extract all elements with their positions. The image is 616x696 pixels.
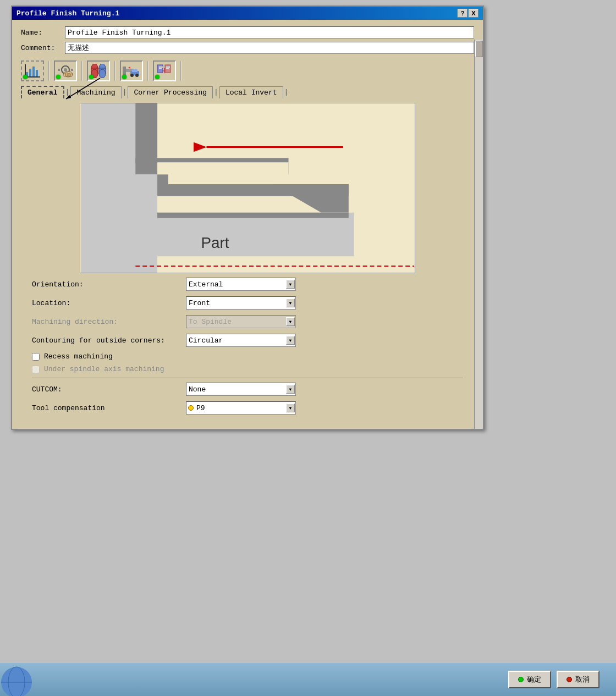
cutcom-select[interactable]: None Left Right [186, 383, 296, 396]
machining-dir-label: Machining direction: [32, 318, 186, 326]
svg-rect-37 [166, 68, 169, 69]
svg-point-22 [99, 69, 106, 78]
svg-rect-15 [68, 73, 70, 76]
ok-button[interactable]: 确定 [508, 671, 551, 688]
svg-rect-46 [157, 174, 168, 185]
earth-icon [0, 663, 44, 696]
diagram-svg: Part [80, 103, 415, 273]
orientation-label: Orientation: [32, 280, 186, 289]
contouring-row: Contouring for outside corners: Circular… [32, 334, 463, 347]
svg-point-27 [130, 74, 134, 77]
scrollbar[interactable] [474, 40, 483, 429]
toolbar-btn-import[interactable] [153, 60, 176, 81]
form-section: Orientation: External Internal ▼ Locatio… [21, 278, 474, 415]
toolbar-btn-general[interactable] [21, 60, 44, 81]
diagram-area: Part [80, 103, 415, 273]
tool-comp-label: Tool compensation [32, 404, 186, 412]
cancel-red-dot [566, 677, 572, 682]
ok-green-dot [518, 677, 524, 682]
comment-label: Comment: [21, 44, 65, 52]
title-bar: Profile Finish Turning.1 ? X [12, 7, 483, 20]
recess-checkbox[interactable] [32, 353, 40, 361]
svg-rect-1 [29, 69, 31, 76]
recess-row: Recess machining [32, 352, 463, 361]
location-label: Location: [32, 299, 186, 307]
bottom-bar: 确定 取消 [0, 663, 616, 696]
contouring-select[interactable]: Circular Linear [186, 334, 296, 347]
orientation-row: Orientation: External Internal ▼ [32, 278, 463, 291]
svg-point-7 [64, 68, 67, 71]
separator-5 [180, 61, 182, 81]
toolbar-btn-machining[interactable] [54, 60, 77, 81]
green-dot-3 [89, 75, 94, 79]
svg-rect-39 [164, 68, 165, 71]
name-input[interactable] [65, 26, 474, 38]
cutcom-row: CUTCOM: None Left Right ▼ [32, 383, 463, 396]
close-button[interactable]: X [469, 9, 479, 18]
orientation-select[interactable]: External Internal [186, 278, 296, 291]
cutcom-select-wrapper: None Left Right ▼ [186, 383, 296, 396]
svg-rect-51 [157, 213, 349, 218]
svg-rect-33 [159, 68, 162, 69]
toolbar-btn-localinvert[interactable] [120, 60, 143, 81]
svg-rect-8 [64, 65, 67, 67]
svg-rect-35 [166, 66, 170, 67]
svg-rect-32 [159, 67, 163, 68]
tab-general[interactable]: General [21, 86, 64, 98]
toolbar-btn-corner[interactable] [87, 60, 110, 81]
svg-rect-16 [70, 74, 72, 76]
dialog-body: Name: Comment: [12, 20, 483, 429]
location-row: Location: Front Back ▼ [32, 296, 463, 310]
tab-corner-processing[interactable]: Corner Processing [128, 86, 213, 98]
separator-2 [81, 61, 82, 81]
window-title: Profile Finish Turning.1 [16, 9, 119, 18]
tool-comp-select-wrapper: P9 P1 P2 ▼ [186, 401, 296, 415]
svg-rect-3 [36, 70, 38, 76]
tool-comp-row: Tool compensation P9 P1 P2 ▼ [32, 401, 463, 415]
svg-text:Part: Part [201, 234, 229, 251]
under-spindle-row: Under spindle axis machining [32, 365, 463, 373]
tab-machining[interactable]: Machining [70, 86, 121, 98]
machining-dir-row: Machining direction: To Spindle From Spi… [32, 315, 463, 328]
separator-4 [147, 61, 148, 81]
under-spindle-label: Under spindle axis machining [44, 365, 164, 373]
svg-rect-14 [66, 73, 68, 76]
under-spindle-checkbox[interactable] [32, 366, 40, 373]
svg-rect-50 [135, 213, 354, 256]
svg-rect-23 [123, 67, 126, 75]
svg-rect-10 [58, 69, 60, 71]
svg-rect-26 [132, 69, 138, 72]
tab-bar: General | Machining | Corner Processing … [21, 86, 474, 98]
location-select[interactable]: Front Back [186, 296, 296, 310]
svg-rect-2 [32, 67, 35, 76]
green-dot-2 [56, 75, 61, 79]
green-dot-4 [122, 75, 127, 79]
title-bar-buttons: ? X [458, 9, 479, 18]
machining-dir-select-wrapper: To Spindle From Spindle ▼ [186, 315, 296, 328]
orientation-select-wrapper: External Internal ▼ [186, 278, 296, 291]
comment-input[interactable] [65, 42, 474, 54]
separator-1 [48, 61, 50, 81]
divider [32, 378, 463, 378]
name-row: Name: [21, 26, 474, 38]
svg-marker-29 [128, 67, 130, 69]
svg-point-28 [135, 74, 139, 77]
separator-3 [114, 61, 116, 81]
green-dot-1 [23, 75, 28, 79]
svg-rect-36 [166, 67, 170, 68]
recess-label: Recess machining [44, 352, 113, 361]
location-select-wrapper: Front Back ▼ [186, 296, 296, 310]
green-dot-5 [155, 75, 160, 79]
svg-rect-11 [71, 69, 73, 71]
svg-rect-31 [159, 66, 163, 67]
cancel-button[interactable]: 取消 [557, 671, 600, 688]
bottom-thumbnail [0, 663, 44, 696]
machining-dir-select[interactable]: To Spindle From Spindle [186, 315, 296, 328]
tab-local-invert[interactable]: Local Invert [219, 86, 283, 98]
scroll-thumb[interactable] [475, 41, 483, 57]
toolbar [21, 58, 474, 84]
tool-comp-select[interactable]: P9 P1 P2 [186, 401, 296, 415]
name-label: Name: [21, 29, 65, 37]
main-dialog: Profile Finish Turning.1 ? X Name: Comme… [11, 5, 484, 430]
help-button[interactable]: ? [458, 9, 468, 18]
